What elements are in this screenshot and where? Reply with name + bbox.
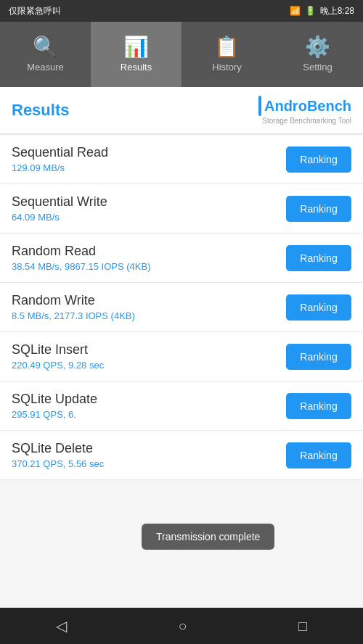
logo-bench: Bench bbox=[307, 98, 351, 114]
results-label: Results bbox=[121, 62, 152, 73]
result-item-2: Random Read 38.54 MB/s, 9867.15 IOPS (4K… bbox=[0, 234, 363, 283]
result-value-5: 295.91 QPS, 6. bbox=[12, 409, 286, 420]
status-right: 📶 🔋 晚上8:28 bbox=[290, 5, 354, 17]
result-name-4: SQLite Insert bbox=[12, 342, 286, 358]
wifi-icon: 📶 bbox=[290, 6, 301, 16]
ranking-btn-6[interactable]: Ranking bbox=[286, 442, 351, 468]
battery-icon: 🔋 bbox=[305, 6, 316, 16]
result-info-0: Sequential Read 129.09 MB/s bbox=[12, 145, 286, 173]
result-item-1: Sequential Write 64.09 MB/s Ranking bbox=[0, 184, 363, 234]
nav-tab-setting[interactable]: ⚙️ Setting bbox=[272, 22, 363, 87]
result-info-4: SQLite Insert 220.49 QPS, 9.28 sec bbox=[12, 342, 286, 371]
history-icon: 📋 bbox=[214, 37, 240, 57]
result-item-5: SQLite Update 295.91 QPS, 6. Ranking bbox=[0, 381, 363, 431]
result-name-5: SQLite Update bbox=[12, 392, 286, 407]
result-name-1: Sequential Write bbox=[12, 194, 286, 210]
logo-bar bbox=[258, 96, 261, 116]
bottom-nav-back[interactable]: ◁ bbox=[41, 611, 81, 640]
result-name-3: Random Write bbox=[12, 293, 286, 308]
history-label: History bbox=[212, 62, 241, 73]
nav-tab-history[interactable]: 📋 History bbox=[182, 22, 272, 87]
result-value-2: 38.54 MB/s, 9867.15 IOPS (4KB) bbox=[12, 261, 286, 272]
setting-icon: ⚙️ bbox=[305, 37, 330, 57]
toast-notification: Transmission complete bbox=[142, 524, 274, 550]
result-value-0: 129.09 MB/s bbox=[12, 162, 286, 173]
result-info-1: Sequential Write 64.09 MB/s bbox=[12, 194, 286, 223]
ranking-btn-4[interactable]: Ranking bbox=[286, 344, 351, 370]
nav-tab-results[interactable]: 📊 Results bbox=[91, 22, 182, 87]
result-value-4: 220.49 QPS, 9.28 sec bbox=[12, 360, 286, 371]
result-name-6: SQLite Delete bbox=[12, 441, 286, 456]
ranking-btn-5[interactable]: Ranking bbox=[286, 393, 351, 419]
ranking-btn-0[interactable]: Ranking bbox=[286, 146, 351, 173]
logo-sub: Storage Benchmarking Tool bbox=[262, 117, 351, 125]
ranking-btn-3[interactable]: Ranking bbox=[286, 294, 351, 321]
status-bar: 仅限紧急呼叫 📶 🔋 晚上8:28 bbox=[0, 0, 363, 22]
result-info-5: SQLite Update 295.91 QPS, 6. bbox=[12, 392, 286, 420]
result-name-2: Random Read bbox=[12, 244, 286, 259]
result-item-4: SQLite Insert 220.49 QPS, 9.28 sec Ranki… bbox=[0, 332, 363, 381]
ranking-btn-2[interactable]: Ranking bbox=[286, 245, 351, 271]
result-info-6: SQLite Delete 370.21 QPS, 5.56 sec bbox=[12, 441, 286, 469]
result-item-6: SQLite Delete 370.21 QPS, 5.56 sec Ranki… bbox=[0, 431, 363, 480]
result-name-0: Sequential Read bbox=[12, 145, 286, 160]
brand-header: Results AndroBench Storage Benchmarking … bbox=[0, 87, 363, 134]
setting-label: Setting bbox=[303, 62, 332, 73]
bottom-bar: ◁○□ bbox=[0, 608, 363, 644]
logo-andro: Andro bbox=[264, 98, 307, 114]
results-icon: 📊 bbox=[123, 37, 149, 57]
ranking-btn-1[interactable]: Ranking bbox=[286, 196, 351, 222]
result-info-2: Random Read 38.54 MB/s, 9867.15 IOPS (4K… bbox=[12, 244, 286, 272]
result-item-3: Random Write 8.5 MB/s, 2177.3 IOPS (4KB)… bbox=[0, 283, 363, 332]
status-left: 仅限紧急呼叫 bbox=[9, 5, 61, 17]
result-info-3: Random Write 8.5 MB/s, 2177.3 IOPS (4KB) bbox=[12, 293, 286, 321]
brand-logo: AndroBench Storage Benchmarking Tool bbox=[258, 96, 351, 125]
logo-name: AndroBench bbox=[264, 98, 351, 115]
nav-tab-measure[interactable]: 🔍 Measure bbox=[0, 22, 91, 87]
bottom-nav-recent[interactable]: □ bbox=[284, 612, 322, 640]
result-value-3: 8.5 MB/s, 2177.3 IOPS (4KB) bbox=[12, 310, 286, 321]
result-item-0: Sequential Read 129.09 MB/s Ranking bbox=[0, 134, 363, 184]
nav-tabs: 🔍 Measure 📊 Results 📋 History ⚙️ Setting bbox=[0, 22, 363, 87]
bottom-nav-home[interactable]: ○ bbox=[163, 612, 201, 640]
measure-label: Measure bbox=[27, 62, 64, 73]
time-display: 晚上8:28 bbox=[320, 5, 354, 17]
measure-icon: 🔍 bbox=[33, 37, 58, 57]
page-title: Results bbox=[12, 101, 69, 120]
result-value-1: 64.09 MB/s bbox=[12, 212, 286, 223]
result-value-6: 370.21 QPS, 5.56 sec bbox=[12, 458, 286, 469]
